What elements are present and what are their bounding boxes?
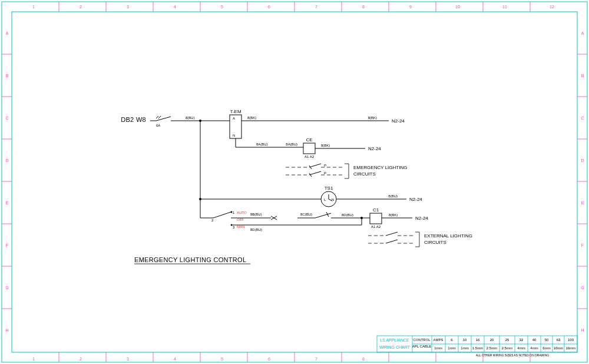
svg-text:E: E [6, 201, 9, 205]
svg-text:B: B [581, 74, 584, 78]
svg-text:50: 50 [545, 338, 549, 342]
svg-line-104 [315, 213, 331, 218]
n224-ts1: N2-24 [409, 197, 422, 202]
svg-text:6mm: 6mm [542, 346, 550, 350]
wire-4: 8A(BU) [256, 143, 268, 146]
svg-line-74 [156, 116, 158, 118]
svg-text:32: 32 [519, 338, 524, 342]
svg-text:6: 6 [268, 5, 270, 9]
svg-text:5: 5 [221, 5, 223, 9]
wire-11: 8D(BU) [250, 228, 262, 231]
svg-text:H: H [581, 328, 584, 332]
wire-1: 8(BU) [186, 116, 195, 120]
svg-text:1mm: 1mm [461, 346, 468, 350]
ext-circ-2: CIRCUITS [424, 240, 446, 245]
svg-text:10: 10 [463, 338, 467, 342]
sw-pin-2: 2 [211, 219, 214, 222]
em-circ-1: EMERGENCY LIGHTING [353, 165, 407, 170]
schematic-content: DB2 W8 6A 8(BU) T-EM A N 8(BK) 8(BK) N2-… [121, 109, 472, 264]
svg-text:2: 2 [80, 5, 82, 9]
wire-6: 8(BK) [321, 144, 330, 147]
tem-n: N [233, 134, 235, 137]
ce-p1: P [324, 164, 326, 167]
sw-pin-3: 3 [233, 226, 235, 229]
wire-3: 8(BK) [368, 116, 377, 120]
ce-label: CE [306, 137, 312, 143]
svg-text:2.5mm: 2.5mm [487, 346, 497, 350]
tem-a: A [233, 117, 235, 120]
svg-text:3: 3 [127, 357, 129, 361]
svg-text:16: 16 [476, 338, 480, 342]
svg-text:1.5mm: 1.5mm [472, 346, 483, 350]
svg-text:A: A [6, 31, 9, 35]
svg-text:H: H [5, 328, 8, 332]
ce-a2: A2 [310, 155, 315, 158]
svg-text:3: 3 [127, 5, 129, 9]
sw-off: OFF [237, 218, 244, 221]
svg-text:D: D [581, 158, 584, 163]
sw-pin-1: 1 [233, 211, 235, 214]
table-row1-head: CONTROL [413, 338, 431, 342]
svg-text:2: 2 [80, 357, 82, 361]
svg-text:G: G [5, 286, 8, 290]
emergency-lighting-contacts: P P EMERGENCY LIGHTING CIRCUITS [286, 164, 407, 178]
wire-8b: 8C(BU) [300, 213, 312, 216]
svg-text:B: B [6, 74, 9, 78]
wire-8a: 8B(BU) [250, 213, 262, 216]
svg-text:E: E [581, 201, 584, 205]
table-footnote: ALL OTHER WIRING SIZES AS NOTED ON DRAWI… [476, 353, 549, 357]
wire-5: 8A(BU) [286, 143, 297, 146]
svg-point-100 [231, 224, 233, 226]
svg-text:10mm: 10mm [554, 346, 564, 350]
ce-coil [303, 143, 315, 154]
svg-text:7: 7 [315, 5, 317, 9]
c1-label: C1 [373, 207, 379, 213]
svg-text:8: 8 [362, 357, 365, 361]
n224-c1: N2-24 [415, 216, 428, 221]
svg-text:25: 25 [505, 338, 509, 342]
border-outer [2, 2, 587, 362]
svg-line-82 [309, 164, 321, 167]
border-inner [12, 12, 577, 352]
ext-circ-1: EXTERNAL LIGHTING [424, 233, 472, 239]
ts1-l: L [324, 198, 326, 201]
ts1-label: TS1 [325, 186, 333, 191]
wire-9: 8D(BU) [342, 213, 353, 217]
breaker-rating: 6A [156, 124, 160, 127]
ce-p2: P [324, 171, 326, 175]
grid-rows: A B C D E F G H A B C D E F G H [2, 31, 587, 332]
svg-text:C: C [581, 116, 584, 120]
svg-text:8: 8 [362, 5, 365, 9]
svg-text:2.5mm: 2.5mm [502, 346, 512, 350]
svg-text:4: 4 [174, 5, 176, 9]
svg-text:11: 11 [502, 5, 507, 9]
drawing-title: EMERGENCY LIGHTING CONTROL [134, 256, 246, 263]
svg-text:12: 12 [550, 5, 554, 9]
svg-line-73 [156, 117, 171, 121]
svg-text:5: 5 [221, 357, 223, 361]
svg-text:G: G [581, 286, 584, 290]
svg-line-97 [213, 212, 231, 218]
svg-text:4mm: 4mm [530, 346, 538, 350]
wire-10: 8(BK) [389, 213, 398, 217]
c1-a1: A1 [371, 225, 376, 229]
tem-label: T-EM [230, 109, 241, 114]
svg-text:10: 10 [455, 5, 460, 9]
grid-columns: 1 2 3 4 5 6 7 8 9 10 11 12 1 2 3 4 5 6 7… [32, 2, 554, 362]
svg-text:1mm: 1mm [448, 346, 455, 350]
svg-text:7: 7 [315, 357, 317, 361]
svg-line-75 [158, 116, 161, 118]
svg-text:C: C [5, 116, 8, 120]
svg-text:F: F [581, 243, 584, 247]
svg-text:F: F [6, 243, 8, 247]
svg-text:D: D [5, 158, 8, 163]
source-label: DB2 W8 [121, 116, 146, 123]
n224-top: N2-24 [392, 118, 405, 124]
svg-text:20: 20 [490, 338, 494, 342]
tem-relay [230, 115, 241, 138]
em-circ-2: CIRCUITS [353, 171, 376, 177]
svg-text:100: 100 [568, 338, 574, 342]
ce-a1: A1 [305, 155, 309, 158]
table-row2-head: APL CABLE [412, 345, 431, 348]
sw-man: MAN [237, 225, 244, 229]
